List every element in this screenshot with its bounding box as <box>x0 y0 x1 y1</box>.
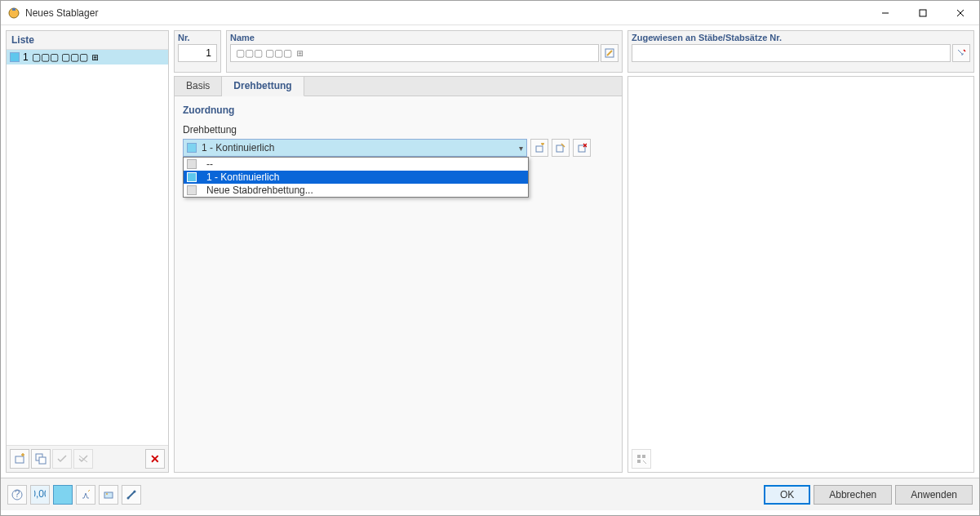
check-button[interactable] <box>52 449 72 469</box>
new-drehbettung-button[interactable] <box>530 139 548 157</box>
svg-rect-12 <box>557 145 563 152</box>
delete-drehbettung-button[interactable] <box>573 139 591 157</box>
svg-rect-16 <box>637 460 641 463</box>
svg-rect-1 <box>12 8 16 11</box>
list-header: Liste <box>7 31 168 50</box>
chevron-down-icon: ▾ <box>519 144 523 153</box>
list-panel: Liste 1 ▢▢▢ ▢▢▢ 🗉 ✕ <box>6 30 169 473</box>
svg-point-21 <box>106 493 108 495</box>
drehbettung-label: Drehbettung <box>183 124 614 136</box>
svg-rect-6 <box>16 456 24 463</box>
combo-swatch <box>187 143 197 153</box>
edit-name-button[interactable] <box>601 44 619 62</box>
nr-label: Nr. <box>178 33 217 42</box>
option-swatch <box>187 185 197 195</box>
uncheck-button[interactable] <box>73 449 93 469</box>
name-input[interactable] <box>230 44 599 62</box>
svg-rect-3 <box>920 10 926 16</box>
graphic-button[interactable] <box>99 485 118 505</box>
help-button[interactable]: ? <box>7 485 27 505</box>
svg-rect-11 <box>536 146 543 152</box>
option-label: 1 - Kontinuierlich <box>206 171 279 183</box>
dropdown-option-none[interactable]: -- <box>184 158 528 171</box>
item-number: 1 <box>23 51 29 63</box>
new-item-button[interactable] <box>10 449 29 469</box>
minimize-button[interactable] <box>867 1 904 24</box>
dropdown-option-kontinuierlich[interactable]: 1 - Kontinuierlich <box>184 171 528 184</box>
bottom-row: Basis Drehbettung Zuordnung Drehbettung … <box>174 76 974 473</box>
spring-button[interactable] <box>76 485 95 505</box>
window-controls <box>867 1 979 24</box>
drehbettung-dropdown: -- 1 - Kontinuierlich Neue Stabdrehbettu… <box>183 157 529 198</box>
list-item[interactable]: 1 ▢▢▢ ▢▢▢ 🗉 <box>7 50 168 64</box>
list-toolbar: ✕ <box>7 445 168 472</box>
name-box: Name <box>226 30 623 73</box>
window-title: Neues Stablager <box>25 7 98 19</box>
ok-button[interactable]: OK <box>764 485 810 505</box>
apply-button[interactable]: Anwenden <box>895 485 973 505</box>
copy-item-button[interactable] <box>31 449 51 469</box>
drehbettung-combo[interactable]: 1 - Kontinuierlich ▾ -- 1 - Kontinuierli… <box>183 139 527 157</box>
units-button[interactable]: 0,00 <box>30 485 50 505</box>
item-color-swatch <box>10 52 20 62</box>
delete-button[interactable]: ✕ <box>145 449 165 469</box>
svg-rect-14 <box>637 455 641 458</box>
svg-rect-8 <box>39 457 46 464</box>
maximize-button[interactable] <box>904 1 942 24</box>
svg-point-23 <box>134 490 136 492</box>
preview-settings-button[interactable] <box>632 449 651 469</box>
preview-panel <box>627 76 974 473</box>
main-area: Liste 1 ▢▢▢ ▢▢▢ 🗉 ✕ Nr. Name <box>1 25 979 478</box>
assigned-input[interactable] <box>632 44 951 62</box>
combo-selected: 1 - Kontinuierlich <box>202 142 519 153</box>
top-row: Nr. Name Zugewiesen an Stäbe/Stabsätze N… <box>174 30 974 73</box>
right-area: Nr. Name Zugewiesen an Stäbe/Stabsätze N… <box>174 30 974 473</box>
assigned-label: Zugewiesen an Stäbe/Stabsätze Nr. <box>632 33 970 42</box>
nr-input[interactable] <box>178 44 217 62</box>
svg-text:0,00: 0,00 <box>34 489 46 500</box>
tab-body: Zuordnung Drehbettung 1 - Kontinuierlich… <box>175 96 622 472</box>
pick-members-button[interactable] <box>952 44 970 62</box>
list-body: 1 ▢▢▢ ▢▢▢ 🗉 <box>7 50 168 445</box>
close-button[interactable] <box>942 1 979 24</box>
option-swatch <box>187 159 197 169</box>
member-button[interactable] <box>122 485 141 505</box>
item-label: ▢▢▢ ▢▢▢ 🗉 <box>32 51 101 63</box>
nr-box: Nr. <box>174 30 221 73</box>
dropdown-option-new[interactable]: Neue Stabdrehbettung... <box>184 184 528 197</box>
svg-point-22 <box>127 496 130 499</box>
tab-panel: Basis Drehbettung Zuordnung Drehbettung … <box>174 76 623 473</box>
app-icon <box>7 7 20 20</box>
edit-drehbettung-button[interactable] <box>552 139 570 157</box>
option-label: -- <box>206 158 213 170</box>
tab-basis[interactable]: Basis <box>175 77 222 96</box>
svg-rect-20 <box>104 492 113 498</box>
cancel-button[interactable]: Abbrechen <box>814 485 892 505</box>
svg-text:?: ? <box>15 489 20 500</box>
assigned-box: Zugewiesen an Stäbe/Stabsätze Nr. <box>627 30 974 73</box>
dialog-footer: ? 0,00 OK Abbrechen Anwenden <box>1 478 979 510</box>
titlebar: Neues Stablager <box>1 1 979 25</box>
group-zuordnung: Zuordnung <box>183 105 614 116</box>
color-button[interactable] <box>53 485 73 505</box>
tab-drehbettung[interactable]: Drehbettung <box>222 77 304 96</box>
option-swatch <box>187 172 197 182</box>
tabs: Basis Drehbettung <box>175 77 622 96</box>
name-label: Name <box>230 33 619 42</box>
svg-rect-15 <box>642 455 645 458</box>
option-label: Neue Stabdrehbettung... <box>206 185 313 196</box>
